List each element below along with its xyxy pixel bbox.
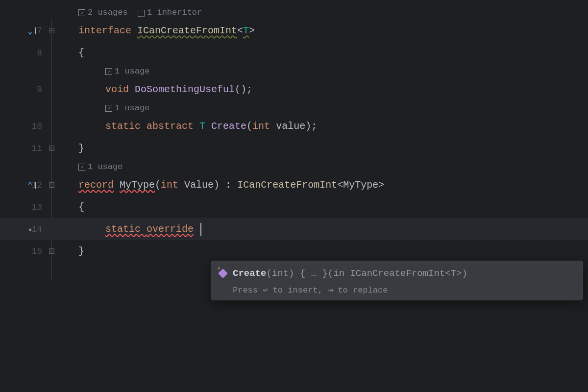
line-9[interactable]: 9 xyxy=(0,78,49,100)
line-12[interactable]: 12 ⌃ xyxy=(0,174,49,196)
line-13[interactable]: 13 xyxy=(0,196,49,218)
line-10[interactable]: 10 xyxy=(0,115,49,137)
inlay-hint[interactable]: ↗1 usage xyxy=(78,64,588,78)
fold-marker-icon[interactable]: − xyxy=(49,146,54,151)
text-cursor xyxy=(200,223,201,236)
code-line[interactable]: interface ICanCreateFromInt<T> xyxy=(78,20,588,42)
fold-marker-icon[interactable]: − xyxy=(49,182,54,188)
completion-popup[interactable]: Create (int) { … } (in ICanCreateFromInt… xyxy=(211,261,583,300)
code-editor[interactable]: 7 ⌄ 8 9 10 11 12 ⌃ 13 14 ✦ 15 − xyxy=(0,0,588,392)
inheritor-icon xyxy=(138,10,145,17)
line-7[interactable]: 7 ⌄ xyxy=(0,20,49,42)
bulb-icon[interactable]: ✦ xyxy=(27,224,33,235)
usages-icon: ↗ xyxy=(105,68,112,75)
line-gutter: 7 ⌄ 8 9 10 11 12 ⌃ 13 14 ✦ 15 xyxy=(0,0,49,392)
completion-item[interactable]: Create (int) { … } (in ICanCreateFromInt… xyxy=(211,265,583,282)
code-line[interactable]: { xyxy=(78,196,588,218)
inlay-hint[interactable]: ↗2 usages 1 inheritor xyxy=(78,5,588,20)
completion-origin: (in ICanCreateFromInt<T>) xyxy=(328,268,467,279)
code-line-active[interactable]: static override xyxy=(78,218,588,240)
inlay-hint[interactable]: ↗1 usage xyxy=(78,159,588,174)
fold-marker-icon[interactable]: − xyxy=(49,28,54,33)
completion-hint: Press ↩ to insert, ⇥ to replace xyxy=(211,282,583,296)
method-override-icon xyxy=(218,269,228,278)
line-8[interactable]: 8 xyxy=(0,42,49,64)
code-line[interactable]: } xyxy=(78,240,588,262)
code-line[interactable]: record MyType(int Value) : ICanCreateFro… xyxy=(78,174,588,196)
code-line[interactable]: } xyxy=(78,137,588,159)
completion-label: Create xyxy=(233,268,266,279)
usages-icon: ↗ xyxy=(105,105,112,112)
usages-icon: ↗ xyxy=(78,164,85,171)
fold-marker-icon[interactable]: − xyxy=(49,248,54,254)
line-14[interactable]: 14 ✦ xyxy=(0,218,49,240)
implemented-icon[interactable]: ⌄ xyxy=(27,25,36,36)
implementing-icon[interactable]: ⌃ xyxy=(27,180,36,191)
fold-column: − − − − xyxy=(49,0,78,392)
code-line[interactable]: { xyxy=(78,42,588,64)
inlay-hint[interactable]: ↗1 usage xyxy=(78,100,588,115)
line-15[interactable]: 15 xyxy=(0,240,49,262)
code-line[interactable]: void DoSomethingUseful(); xyxy=(78,78,588,100)
usages-icon: ↗ xyxy=(78,9,85,16)
line-11[interactable]: 11 xyxy=(0,137,49,159)
completion-signature: (int) { … } xyxy=(266,268,327,279)
code-line[interactable]: static abstract T Create(int value); xyxy=(78,115,588,137)
code-area[interactable]: ↗2 usages 1 inheritor interface ICanCrea… xyxy=(78,0,588,392)
